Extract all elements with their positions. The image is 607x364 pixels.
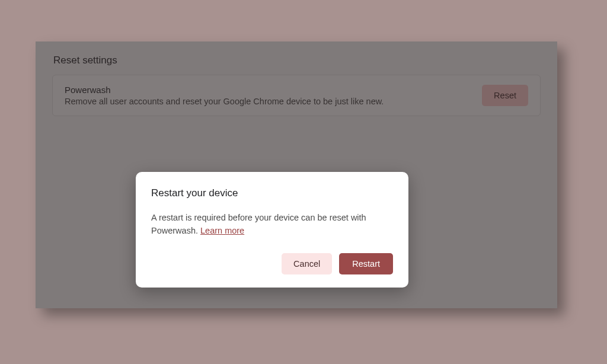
- dialog-actions: Cancel Restart: [151, 253, 393, 274]
- dialog-body-text: A restart is required before your device…: [151, 213, 366, 235]
- learn-more-link[interactable]: Learn more: [200, 226, 244, 235]
- dialog-body: A restart is required before your device…: [151, 211, 393, 238]
- dialog-title: Restart your device: [151, 187, 393, 199]
- restart-button[interactable]: Restart: [339, 253, 393, 274]
- restart-dialog: Restart your device A restart is require…: [136, 172, 408, 288]
- cancel-button[interactable]: Cancel: [282, 253, 332, 274]
